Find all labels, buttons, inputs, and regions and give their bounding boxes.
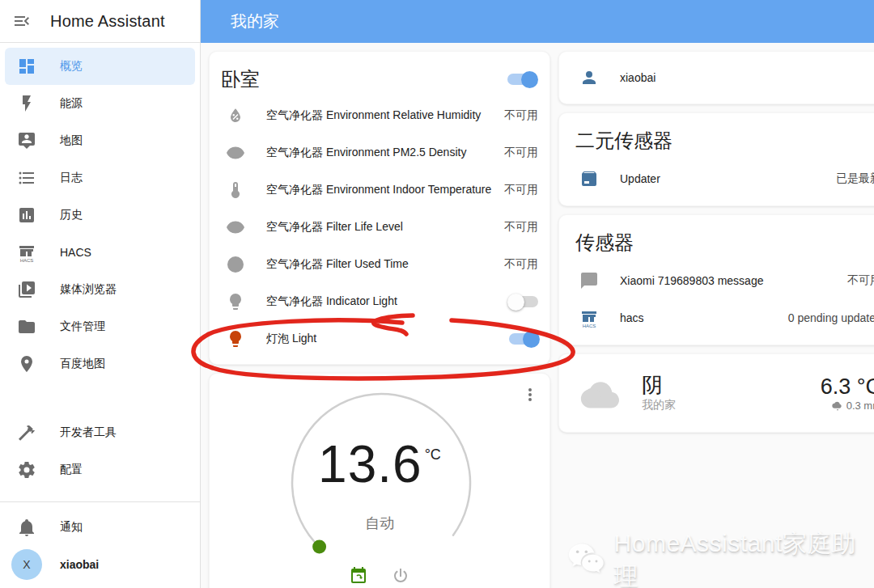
sidebar-item-map[interactable]: 地图: [5, 122, 195, 159]
eye-icon: [226, 143, 245, 163]
folder-icon: [17, 317, 36, 336]
thermometer-icon: [226, 180, 245, 200]
entity-name: 空气净化器 Environment Indoor Temperature: [266, 183, 504, 197]
entity-row-filter-life[interactable]: 空气净化器 Filter Life Level 不可用: [210, 209, 549, 246]
clock-icon: [226, 255, 245, 274]
sidebar-item-configuration[interactable]: 配置: [5, 451, 195, 489]
cloudy-icon: [577, 374, 624, 412]
account-icon: [579, 68, 599, 87]
weather-precipitation-row: 0.3 mm: [821, 400, 874, 412]
weather-card: 阴 我的家 6.3 °C 0.3 mm: [558, 353, 874, 433]
sidebar-item-history[interactable]: 历史: [5, 197, 195, 234]
entity-state: 不可用: [504, 183, 538, 197]
entity-row-filter-used-time[interactable]: 空气净化器 Filter Used Time 不可用: [210, 246, 549, 283]
sidebar-tools: 开发者工具 配置: [0, 414, 200, 489]
hammer-icon: [17, 423, 36, 442]
view-dashboard-icon: [17, 57, 36, 76]
sidebar-item-label: 媒体浏览器: [60, 282, 117, 297]
entity-row-indicator-light[interactable]: 空气净化器 Indicator Light: [210, 283, 549, 320]
column-right: xiaobai 二元传感器 Updater 已是最新 传感器 Xiaomi 71…: [558, 51, 874, 441]
toggle-thumb: [507, 294, 524, 311]
indicator-light-toggle[interactable]: [509, 296, 538, 307]
entity-state: 已是最新: [836, 171, 874, 186]
sidebar-item-label: 地图: [60, 133, 83, 148]
power-icon[interactable]: [391, 566, 410, 586]
entity-name: 空气净化器 Filter Life Level: [266, 220, 504, 235]
entity-state: 不可用: [504, 108, 538, 123]
entity-row-hacs-sensor[interactable]: HACS hacs 0 pending updates: [575, 299, 874, 336]
bedroom-master-toggle[interactable]: [507, 74, 537, 85]
thermostat-temperature: 13.6°C: [210, 438, 549, 490]
water-percent-icon: [226, 106, 245, 125]
sidebar-item-energy[interactable]: 能源: [5, 85, 195, 122]
sidebar-item-overview[interactable]: 概览: [5, 48, 195, 85]
entity-row-xiaomi-message[interactable]: Xiaomi 719689803 message 不可用: [575, 262, 874, 299]
weather-row[interactable]: 阴 我的家 6.3 °C 0.3 mm: [559, 354, 874, 432]
entity-row-humidity[interactable]: 空气净化器 Environment Relative Humidity 不可用: [210, 97, 549, 134]
lightbulb-icon: [226, 292, 245, 311]
bulb-light-toggle[interactable]: [509, 333, 538, 345]
sidebar-item-media-browser[interactable]: 媒体浏览器: [5, 271, 195, 308]
page-title: 我的家: [231, 11, 279, 32]
sidebar-item-label: 能源: [60, 96, 83, 111]
entity-name: 空气净化器 Filter Used Time: [266, 257, 504, 272]
svg-text:HACS: HACS: [583, 324, 596, 328]
entity-state: 不可用: [504, 146, 538, 160]
entity-name: Updater: [620, 172, 836, 185]
message-icon: [579, 271, 599, 290]
sidebar-nav: 概览 能源 地图 日志 历史 HACS HACS 媒体浏览器 文件管理: [0, 43, 200, 583]
tooltip-account-icon: [17, 131, 36, 150]
thermostat-card: 13.6°C 自动: [209, 373, 550, 588]
calendar-sync-icon[interactable]: [349, 566, 368, 586]
gear-icon: [17, 460, 36, 480]
entity-state: 不可用: [504, 257, 538, 272]
sidebar-item-baidu-map[interactable]: 百度地图: [5, 345, 195, 383]
sensors-card: 传感器 Xiaomi 719689803 message 不可用 HACS ha…: [558, 214, 874, 345]
sidebar-item-hacs[interactable]: HACS HACS: [5, 234, 195, 271]
eye-icon: [226, 218, 245, 237]
entity-row-updater[interactable]: Updater 已是最新: [575, 160, 874, 197]
toggle-thumb: [523, 331, 540, 348]
person-row[interactable]: xiaobai: [559, 52, 874, 104]
sidebar-item-label: 百度地图: [60, 357, 105, 371]
sidebar-divider: [0, 501, 200, 502]
menu-open-icon[interactable]: [12, 11, 32, 31]
bedroom-card-header: 卧室: [210, 52, 549, 97]
temperature-unit: °C: [425, 446, 441, 463]
sidebar-user[interactable]: X xiaobai: [5, 546, 195, 583]
entity-state: 0 pending updates: [788, 311, 874, 324]
weather-temperature: 6.3 °C: [821, 374, 874, 400]
sidebar-item-label: HACS: [60, 246, 91, 259]
sidebar-item-developer-tools[interactable]: 开发者工具: [5, 414, 195, 451]
sidebar-item-label: 日志: [60, 171, 83, 185]
entity-row-pm25[interactable]: 空气净化器 Environment PM2.5 Density 不可用: [210, 134, 549, 171]
lightning-bolt-icon: [17, 94, 36, 113]
sidebar-item-label: 历史: [60, 208, 83, 222]
sidebar-item-notifications[interactable]: 通知: [5, 509, 195, 546]
toggle-thumb: [521, 71, 538, 88]
entity-name: Xiaomi 719689803 message: [620, 274, 847, 287]
weather-precipitation: 0.3 mm: [846, 400, 874, 412]
lightbulb-on-icon: [226, 329, 245, 349]
rain-cloud-icon: [831, 400, 844, 412]
weather-summary: 阴 我的家: [642, 374, 676, 412]
hacs-store-icon: HACS: [579, 308, 599, 328]
sidebar-item-label: 通知: [60, 520, 83, 535]
weather-location: 我的家: [642, 398, 676, 412]
card-title: 二元传感器: [575, 121, 874, 160]
entity-name: 灯泡 Light: [266, 332, 509, 346]
thermostat-mode: 自动: [210, 514, 549, 533]
play-box-multiple-icon: [17, 280, 36, 299]
entity-name: 空气净化器 Indicator Light: [266, 294, 509, 309]
temperature-value: 13.6: [318, 435, 422, 493]
map-marker-icon: [17, 354, 36, 374]
sidebar-item-label: 配置: [60, 463, 83, 477]
sidebar-item-logbook[interactable]: 日志: [5, 159, 195, 197]
sidebar-item-file-manager[interactable]: 文件管理: [5, 308, 195, 345]
entity-name: 空气净化器 Environment PM2.5 Density: [266, 146, 504, 160]
entity-row-temperature[interactable]: 空气净化器 Environment Indoor Temperature 不可用: [210, 171, 549, 209]
dashboard-content: 卧室 空气净化器 Environment Relative Humidity 不…: [201, 43, 874, 588]
entity-row-bulb-light[interactable]: 灯泡 Light: [210, 320, 549, 357]
thermostat-actions: [210, 566, 549, 586]
thermostat-handle: [312, 540, 326, 554]
